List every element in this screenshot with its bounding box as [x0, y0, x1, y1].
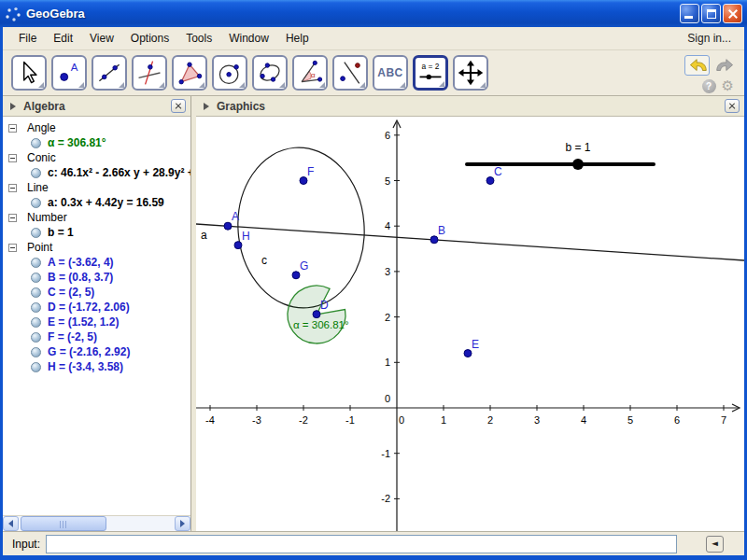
scrollbar-track[interactable] [19, 516, 175, 531]
algebra-section-row[interactable]: Conic [3, 150, 190, 165]
help-icon[interactable]: ? [702, 79, 716, 93]
point-C[interactable] [486, 177, 494, 185]
visibility-marble-icon[interactable] [31, 138, 41, 148]
panel-menu-arrow-icon[interactable] [204, 103, 209, 110]
tool-reflect[interactable] [332, 55, 368, 91]
command-input[interactable] [46, 535, 677, 553]
menu-help[interactable]: Help [277, 29, 317, 48]
visibility-marble-icon[interactable] [31, 362, 41, 372]
tool-dropdown-icon[interactable] [119, 82, 124, 88]
tool-dropdown-icon[interactable] [38, 82, 44, 88]
tool-dropdown-icon[interactable] [400, 82, 405, 88]
sign-in-link[interactable]: Sign in... [687, 32, 737, 45]
algebra-horizontal-scrollbar [3, 515, 190, 531]
tool-dropdown-icon[interactable] [239, 82, 245, 88]
tool-line[interactable] [92, 55, 127, 91]
visibility-marble-icon[interactable] [31, 317, 41, 328]
menu-edit[interactable]: Edit [45, 29, 81, 48]
settings-gear-icon[interactable]: ⚙ [722, 79, 734, 93]
collapse-minus-icon[interactable] [8, 184, 17, 192]
input-help-toggle-button[interactable]: ◄ [706, 536, 724, 553]
tool-dropdown-icon[interactable] [439, 81, 444, 87]
collapse-minus-icon[interactable] [8, 154, 17, 162]
visibility-marble-icon[interactable] [31, 332, 41, 343]
scrollbar-thumb[interactable] [21, 516, 106, 531]
visibility-marble-icon[interactable] [31, 347, 41, 357]
scroll-right-button[interactable] [175, 516, 190, 531]
tool-polygon[interactable] [172, 55, 207, 91]
tool-move[interactable] [11, 55, 47, 91]
tool-circle[interactable] [212, 55, 247, 91]
tool-dropdown-icon[interactable] [279, 82, 285, 88]
tool-text[interactable]: ABC [373, 55, 408, 91]
menu-view[interactable]: View [81, 29, 122, 48]
scroll-left-button[interactable] [3, 516, 19, 531]
collapse-minus-icon[interactable] [8, 244, 17, 252]
algebra-item-row[interactable]: B = (0.8, 3.7) [3, 270, 190, 285]
tool-move-graphics-view[interactable] [453, 55, 488, 91]
tool-dropdown-icon[interactable] [480, 82, 486, 88]
tool-dropdown-icon[interactable] [319, 82, 325, 88]
maximize-button[interactable] [701, 4, 721, 23]
conic-label[interactable]: c [261, 254, 267, 267]
algebra-section-row[interactable]: Line [3, 180, 190, 195]
algebra-item-row[interactable]: F = (-2, 5) [3, 329, 190, 344]
visibility-marble-icon[interactable] [31, 228, 41, 238]
tool-slider[interactable]: a = 2 [413, 55, 448, 91]
algebra-item-row[interactable]: E = (1.52, 1.2) [3, 315, 190, 329]
visibility-marble-icon[interactable] [31, 273, 41, 283]
tool-ellipse[interactable] [252, 55, 288, 91]
tool-dropdown-icon[interactable] [159, 82, 164, 88]
line-a[interactable] [196, 224, 744, 260]
algebra-close-button[interactable] [171, 99, 186, 113]
point-D[interactable] [313, 311, 320, 318]
algebra-item-row[interactable]: b = 1 [3, 225, 190, 240]
tool-angle[interactable]: α [292, 55, 328, 91]
collapse-minus-icon[interactable] [8, 124, 17, 133]
algebra-item-row[interactable]: a: 0.3x + 4.42y = 16.59 [3, 195, 190, 210]
algebra-item-row[interactable]: A = (-3.62, 4) [3, 255, 190, 270]
visibility-marble-icon[interactable] [31, 258, 41, 268]
algebra-item-row[interactable]: H = (-3.4, 3.58) [3, 359, 190, 374]
menu-window[interactable]: Window [220, 29, 277, 48]
line-label[interactable]: a [201, 229, 207, 242]
angle-label[interactable]: α = 306.81° [293, 319, 349, 330]
tool-point[interactable]: A [51, 55, 87, 91]
algebra-section-row[interactable]: Number [3, 210, 190, 225]
tool-perpendicular-line[interactable] [132, 55, 167, 91]
algebra-item-row[interactable]: D = (-1.72, 2.06) [3, 300, 190, 315]
slider-b-knob[interactable] [572, 159, 584, 170]
point-E[interactable] [464, 350, 472, 357]
close-button[interactable] [723, 4, 742, 23]
visibility-marble-icon[interactable] [31, 198, 41, 208]
visibility-marble-icon[interactable] [31, 168, 41, 178]
minimize-button[interactable] [680, 4, 699, 23]
tool-dropdown-icon[interactable] [78, 82, 84, 88]
tool-dropdown-icon[interactable] [359, 82, 365, 88]
algebra-tree[interactable]: Angleα = 306.81°Conicc: 46.1x² - 2.66x y… [3, 117, 190, 515]
graphics-canvas[interactable]: -4-3-2-101234567-2-10123456cα = 306.81°a… [196, 117, 744, 531]
algebra-section-row[interactable]: Angle [3, 120, 190, 135]
point-B[interactable] [430, 236, 438, 244]
point-H[interactable] [234, 242, 242, 249]
menu-tools[interactable]: Tools [177, 29, 220, 48]
point-F[interactable] [300, 177, 307, 185]
redo-button[interactable] [712, 55, 738, 76]
visibility-marble-icon[interactable] [31, 287, 41, 298]
graphics-close-button[interactable] [725, 99, 740, 113]
point-G[interactable] [292, 272, 300, 279]
point-A[interactable] [224, 222, 232, 230]
collapse-minus-icon[interactable] [8, 214, 17, 222]
algebra-item-row[interactable]: G = (-2.16, 2.92) [3, 344, 190, 359]
tool-dropdown-icon[interactable] [199, 82, 204, 88]
panel-menu-arrow-icon[interactable] [10, 103, 16, 110]
visibility-marble-icon[interactable] [31, 302, 41, 313]
undo-button[interactable] [684, 55, 710, 76]
menu-file[interactable]: File [10, 29, 45, 48]
menu-options[interactable]: Options [122, 29, 177, 48]
algebra-section-row[interactable]: Point [3, 240, 190, 255]
algebra-item-row[interactable]: C = (2, 5) [3, 285, 190, 300]
algebra-item-row[interactable]: α = 306.81° [3, 135, 190, 150]
algebra-item-row[interactable]: c: 46.1x² - 2.66x y + 28.9y² + [3, 165, 190, 180]
title-bar[interactable]: GeoGebra [0, 0, 747, 27]
